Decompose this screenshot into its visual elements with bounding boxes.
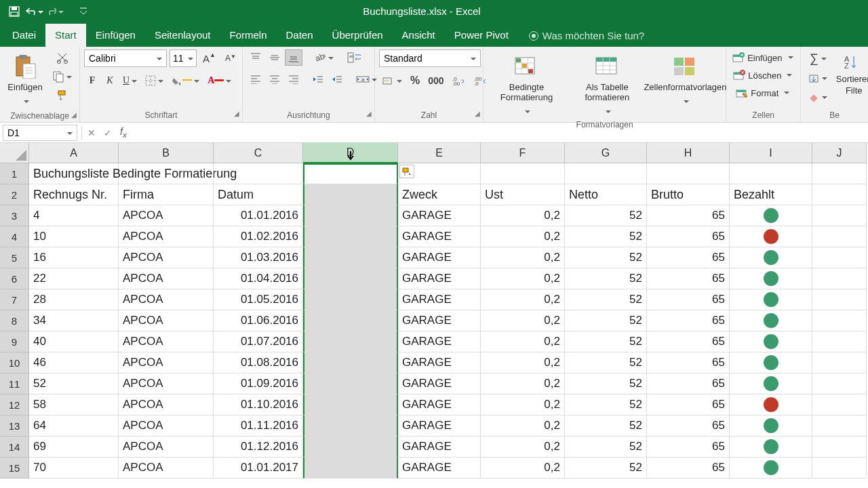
clear-button[interactable]: [805, 89, 831, 106]
cell[interactable]: Buchungsliste Bedingte Formatierung: [29, 163, 119, 184]
cell[interactable]: [730, 331, 812, 352]
cell[interactable]: 0,2: [481, 394, 565, 415]
borders-button[interactable]: [142, 73, 167, 89]
cell[interactable]: 52: [565, 310, 647, 331]
decrease-indent-button[interactable]: [309, 71, 327, 87]
cell[interactable]: APCOA: [119, 205, 214, 226]
font-color-button[interactable]: A: [204, 73, 235, 89]
cell-grid[interactable]: Buchungsliste Bedingte FormatierungRechn…: [29, 163, 867, 479]
tab-data[interactable]: Daten: [277, 24, 323, 47]
cell[interactable]: 28: [29, 289, 119, 310]
cell[interactable]: APCOA: [119, 415, 214, 436]
cell[interactable]: [303, 436, 398, 458]
tab-powerpivot[interactable]: Power Pivot: [445, 24, 518, 47]
cell-styles-button[interactable]: Zellenformatvorlagen: [649, 49, 722, 110]
wrap-text-button[interactable]: ab: [344, 49, 364, 66]
cell[interactable]: APCOA: [119, 394, 214, 415]
cell[interactable]: 40: [29, 331, 119, 352]
cell[interactable]: [812, 163, 867, 184]
column-header-I[interactable]: I: [730, 143, 812, 163]
column-header-E[interactable]: E: [398, 143, 481, 163]
cell[interactable]: [565, 163, 647, 184]
column-header-J[interactable]: J: [812, 143, 867, 163]
cell[interactable]: 52: [29, 373, 119, 394]
cell[interactable]: 52: [565, 394, 647, 415]
increase-decimal-button[interactable]: ,0,00: [449, 73, 469, 89]
cell[interactable]: 0,2: [481, 458, 565, 479]
cell[interactable]: 65: [647, 415, 730, 436]
cell[interactable]: Firma: [119, 184, 214, 205]
tab-file[interactable]: Datei: [3, 24, 45, 47]
align-top-button[interactable]: [247, 49, 264, 66]
cell[interactable]: 52: [565, 415, 647, 436]
cell[interactable]: APCOA: [119, 226, 214, 247]
cell[interactable]: [812, 458, 867, 479]
cell[interactable]: [730, 163, 812, 184]
column-header-B[interactable]: B: [119, 143, 214, 163]
cell[interactable]: 01.03.2016: [214, 247, 303, 268]
cell[interactable]: [730, 394, 812, 415]
cell[interactable]: 65: [647, 331, 730, 352]
tab-start[interactable]: Start: [45, 24, 86, 47]
cell[interactable]: [647, 163, 730, 184]
tell-me-search[interactable]: Was möchten Sie tun?: [524, 24, 650, 47]
cell[interactable]: 0,2: [481, 310, 565, 331]
cell[interactable]: Netto: [565, 184, 647, 205]
cell[interactable]: GARAGE: [398, 394, 481, 415]
align-middle-button[interactable]: [266, 49, 283, 66]
align-left-button[interactable]: [247, 71, 264, 87]
cell[interactable]: 01.02.2016: [214, 226, 303, 247]
cell[interactable]: GARAGE: [398, 247, 481, 268]
column-header-H[interactable]: H: [647, 143, 730, 163]
cell[interactable]: GARAGE: [398, 352, 481, 373]
undo-button[interactable]: [26, 3, 43, 20]
name-box[interactable]: D1: [3, 125, 77, 141]
cell[interactable]: GARAGE: [398, 268, 481, 289]
cell[interactable]: 34: [29, 310, 119, 331]
cell[interactable]: GARAGE: [398, 458, 481, 479]
cell[interactable]: [303, 226, 398, 247]
row-header-7[interactable]: 7: [0, 289, 29, 310]
qat-customize[interactable]: [75, 3, 92, 20]
cell[interactable]: [303, 310, 398, 331]
cell[interactable]: 01.07.2016: [214, 331, 303, 352]
format-painter-button[interactable]: [49, 87, 75, 104]
cell[interactable]: GARAGE: [398, 226, 481, 247]
cell[interactable]: [730, 226, 812, 247]
cell[interactable]: 52: [565, 373, 647, 394]
save-button[interactable]: [5, 3, 23, 20]
cell[interactable]: 65: [647, 268, 730, 289]
increase-indent-button[interactable]: [328, 71, 346, 87]
cell[interactable]: GARAGE: [398, 436, 481, 458]
number-format-combo[interactable]: Standard: [379, 49, 481, 67]
cell[interactable]: 69: [29, 436, 119, 458]
active-cell[interactable]: [303, 163, 398, 184]
row-header-3[interactable]: 3: [0, 205, 29, 226]
cell[interactable]: [730, 436, 812, 458]
grow-font-button[interactable]: A▲: [199, 50, 219, 66]
cell[interactable]: [303, 415, 398, 436]
row-header-10[interactable]: 10: [0, 352, 29, 373]
cell[interactable]: [730, 458, 812, 479]
cell[interactable]: 16: [29, 247, 119, 268]
cell[interactable]: [119, 163, 214, 184]
cell[interactable]: 52: [565, 352, 647, 373]
cell[interactable]: 52: [565, 205, 647, 226]
cell[interactable]: 64: [29, 415, 119, 436]
cell[interactable]: 0,2: [481, 352, 565, 373]
cell[interactable]: Zweck: [398, 184, 481, 205]
cell[interactable]: [303, 247, 398, 268]
row-header-9[interactable]: 9: [0, 331, 29, 352]
cell[interactable]: [730, 205, 812, 226]
cell[interactable]: 4: [29, 205, 119, 226]
row-header-1[interactable]: 1: [0, 163, 29, 184]
row-header-13[interactable]: 13: [0, 415, 29, 436]
cell[interactable]: 0,2: [481, 373, 565, 394]
cell[interactable]: 52: [565, 436, 647, 458]
cell[interactable]: GARAGE: [398, 310, 481, 331]
cell[interactable]: [812, 394, 867, 415]
sort-filter-button[interactable]: AZ Sortieren Filte: [833, 49, 868, 100]
cell[interactable]: 52: [565, 247, 647, 268]
accounting-button[interactable]: [379, 73, 406, 89]
cell[interactable]: [730, 352, 812, 373]
